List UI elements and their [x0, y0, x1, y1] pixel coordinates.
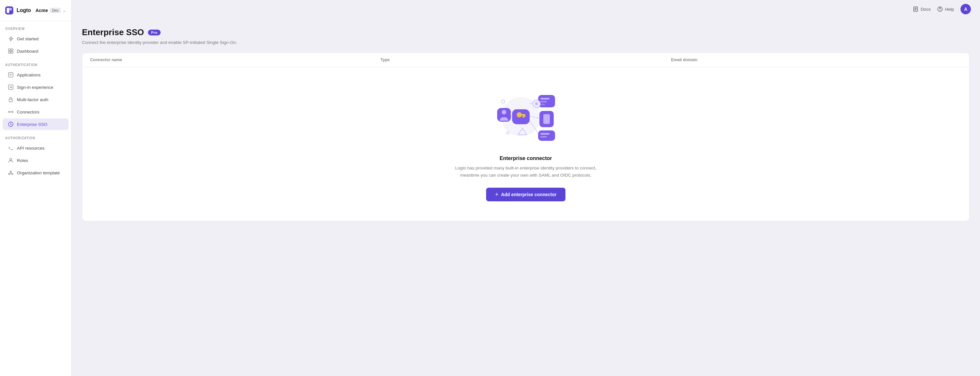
topbar: Docs Help A: [72, 0, 980, 18]
svg-rect-1: [7, 8, 10, 13]
svg-rect-36: [540, 133, 549, 135]
sidebar-item-connectors-label: Connectors: [17, 110, 39, 115]
help-label: Help: [945, 7, 954, 12]
sidebar-header: Logto Acme Dev ⌄: [0, 0, 71, 21]
empty-state-title: Enterprise connector: [500, 156, 552, 161]
empty-state-description: Logto has provided many built-in enterpr…: [448, 164, 604, 178]
dashboard-icon: [8, 48, 14, 54]
svg-point-42: [501, 100, 504, 103]
sso-table: Connector name Type Email domain: [82, 53, 970, 221]
help-icon: [937, 6, 943, 12]
add-enterprise-connector-button[interactable]: + Add enterprise connector: [486, 188, 566, 201]
sidebar: Logto Acme Dev ⌄ OVERVIEW Get started Da…: [0, 0, 72, 376]
sidebar-item-get-started-label: Get started: [17, 37, 39, 41]
sidebar-item-roles[interactable]: Roles: [3, 155, 68, 166]
page-content: Enterprise SSO Pro Connect the enterpris…: [72, 18, 980, 376]
svg-point-27: [502, 110, 506, 115]
svg-rect-35: [538, 131, 555, 141]
lightning-icon: [8, 36, 14, 41]
add-btn-label: Add enterprise connector: [501, 192, 556, 197]
docs-label: Docs: [921, 7, 931, 12]
svg-point-19: [940, 10, 940, 11]
svg-rect-37: [540, 136, 547, 138]
svg-rect-24: [524, 115, 525, 117]
page-header: Enterprise SSO Pro: [82, 27, 970, 37]
sidebar-item-org-template-label: Organization template: [17, 170, 60, 175]
svg-rect-4: [11, 49, 13, 51]
svg-point-45: [535, 102, 538, 105]
table-header: Connector name Type Email domain: [82, 53, 969, 67]
svg-point-13: [10, 158, 12, 160]
sidebar-item-get-started[interactable]: Get started: [3, 33, 68, 45]
logto-logo-icon: [5, 5, 13, 16]
chevron-down-icon: ⌄: [63, 8, 66, 13]
sidebar-item-enterprise-sso[interactable]: Enterprise SSO: [3, 118, 68, 130]
avatar[interactable]: A: [961, 4, 971, 14]
authentication-section-label: AUTHENTICATION: [0, 57, 71, 69]
svg-rect-29: [540, 98, 549, 100]
org-template-icon: [8, 170, 14, 176]
sidebar-item-api-resources[interactable]: API resources: [3, 142, 68, 154]
sidebar-item-enterprise-sso-label: Enterprise SSO: [17, 122, 48, 127]
sidebar-item-applications-label: Applications: [17, 73, 41, 77]
org-selector[interactable]: Acme Dev ⌄: [34, 8, 66, 13]
sidebar-item-dashboard-label: Dashboard: [17, 49, 38, 54]
col-email-domain: Email domain: [671, 57, 961, 62]
svg-rect-9: [9, 99, 12, 102]
col-connector-name: Connector name: [90, 57, 380, 62]
sign-in-icon: [8, 84, 14, 90]
sidebar-item-connectors[interactable]: Connectors: [3, 106, 68, 118]
svg-rect-5: [8, 51, 10, 53]
docs-icon: [913, 6, 918, 12]
page-title: Enterprise SSO: [82, 27, 144, 37]
logo-text: Logto: [17, 8, 31, 13]
svg-rect-2: [9, 8, 12, 10]
org-name: Acme: [35, 8, 48, 13]
sidebar-item-applications[interactable]: Applications: [3, 69, 68, 81]
svg-rect-25: [522, 115, 524, 118]
main-area: Docs Help A Enterprise SSO Pro Connect t…: [72, 0, 980, 376]
pro-badge: Pro: [148, 30, 161, 35]
svg-rect-3: [8, 49, 10, 51]
sidebar-item-sign-in-experience[interactable]: Sign-in experience: [3, 81, 68, 93]
sidebar-item-roles-label: Roles: [17, 158, 28, 163]
sidebar-item-org-template[interactable]: Organization template: [3, 167, 68, 178]
connectors-icon: [8, 109, 14, 115]
overview-section-label: OVERVIEW: [0, 21, 71, 32]
sidebar-item-api-resources-label: API resources: [17, 146, 45, 151]
sidebar-item-sign-in-label: Sign-in experience: [17, 85, 53, 90]
applications-icon: [8, 72, 14, 78]
sidebar-item-mfa[interactable]: Multi-factor auth: [3, 94, 68, 105]
authorization-section-label: AUTHORIZATION: [0, 131, 71, 142]
empty-illustration: [490, 83, 562, 148]
empty-state: Enterprise connector Logto has provided …: [82, 67, 969, 221]
plus-icon: +: [495, 191, 499, 198]
svg-rect-31: [540, 104, 545, 105]
lock-icon: [8, 97, 14, 102]
roles-icon: [8, 158, 14, 163]
docs-button[interactable]: Docs: [913, 6, 931, 12]
page-subtitle: Connect the enterprise identity provider…: [82, 40, 970, 45]
sidebar-item-mfa-label: Multi-factor auth: [17, 97, 48, 102]
svg-rect-23: [521, 114, 525, 115]
svg-rect-33: [543, 114, 550, 124]
svg-rect-7: [8, 73, 13, 77]
enterprise-sso-icon: [8, 121, 14, 127]
api-resources-icon: [8, 145, 14, 151]
svg-rect-6: [11, 51, 13, 53]
svg-rect-30: [540, 101, 547, 102]
sidebar-item-dashboard[interactable]: Dashboard: [3, 45, 68, 57]
svg-point-43: [507, 132, 509, 134]
col-type: Type: [380, 57, 671, 62]
help-button[interactable]: Help: [937, 6, 954, 12]
svg-point-34: [546, 124, 547, 126]
org-env-badge: Dev: [50, 8, 61, 13]
